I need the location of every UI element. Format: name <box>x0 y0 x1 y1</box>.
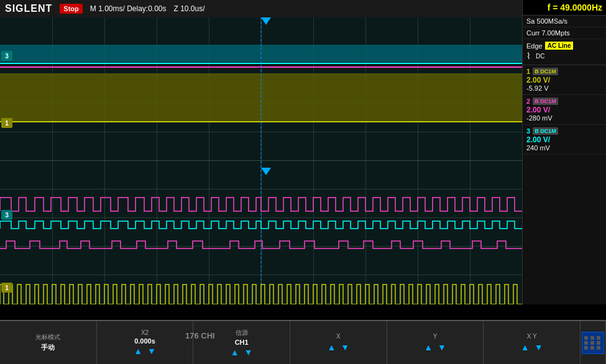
svg-rect-0 <box>0 45 522 62</box>
ch3-scale: 2.00 V/ <box>526 135 602 144</box>
toolbar-y[interactable]: Y ▲ ▼ <box>387 321 484 364</box>
x2-arrow-up[interactable]: ▲ <box>134 346 142 356</box>
source-arrow-down[interactable]: ▼ <box>244 347 253 357</box>
cursor-mode-label-main: 手动 <box>41 343 55 352</box>
ch3-marker-mid: 3 <box>1 210 12 220</box>
trigger-arrow-mid <box>261 168 271 175</box>
ch2-info: 2 B DC1M 2.00 V/ -280 mV <box>523 95 606 125</box>
header-bar: SIGLENT Stop M 1.00ms/ Delay:0.00s Z 10.… <box>0 0 522 17</box>
svg-rect-3 <box>0 73 522 122</box>
ch3-offset: 240 mV <box>526 144 602 152</box>
trigger-arrow-top <box>261 17 271 25</box>
x-label-top: X <box>336 333 341 340</box>
cursor-mode-label-top: 光标模式 <box>35 333 60 342</box>
ch1-marker-bot: 1 <box>1 283 12 293</box>
right-panel: f = 49.0000Hz Sa 500MSa/s Curr 7.00Mpts … <box>522 0 606 304</box>
frequency-display: f = 49.0000Hz <box>523 0 606 16</box>
stop-button[interactable]: Stop <box>60 4 82 14</box>
ch3-number: 3 <box>526 127 530 135</box>
brand-logo: SIGLENT <box>5 3 52 14</box>
waveform-canvas <box>0 17 522 304</box>
scope-display: SIGLENT Stop M 1.00ms/ Delay:0.00s Z 10.… <box>0 0 522 304</box>
watermark-text: 176 CHI <box>185 331 215 340</box>
timebase-display: M 1.00ms/ Delay:0.00s <box>90 4 167 13</box>
source-label-top: 信源 <box>236 329 248 337</box>
toolbar-x[interactable]: X ▲ ▼ <box>290 321 387 364</box>
x-arrow-up[interactable]: ▲ <box>327 342 336 352</box>
ch1-badge: B DC1M <box>533 68 558 75</box>
x-arrow-down[interactable]: ▼ <box>341 342 349 352</box>
y-arrow-down[interactable]: ▼ <box>438 342 446 352</box>
db-icon-area <box>581 321 606 364</box>
toolbar-xy[interactable]: X Y ▲ ▼ <box>484 321 581 364</box>
trigger-edge-icon: ⌇ <box>526 51 531 61</box>
trigger-ac-label[interactable]: AC Line <box>545 42 574 50</box>
ch1-offset: -5.92 V <box>526 84 602 92</box>
xy-label-top: X Y <box>527 333 537 340</box>
x2-label-top: X2 <box>141 329 149 336</box>
ch3-info: 3 B DC1M 2.00 V/ 240 mV <box>523 125 606 155</box>
toolbar-x2[interactable]: X2 0.000s ▲ ▼ <box>97 321 194 364</box>
ch2-scale: 2.00 V/ <box>526 106 602 114</box>
ch3-badge: B DC1M <box>533 127 558 135</box>
ch1-scale: 2.00 V/ <box>526 76 602 84</box>
grid-dots-icon <box>584 336 602 350</box>
sample-rate: Sa 500MSa/s <box>523 16 606 27</box>
source-arrow-up[interactable]: ▲ <box>231 347 239 357</box>
memory-depth: Curr 7.00Mpts <box>523 27 606 39</box>
xy-arrow-up[interactable]: ▲ <box>521 342 530 352</box>
x2-arrow-down[interactable]: ▼ <box>147 346 156 356</box>
ch1-number: 1 <box>526 68 530 75</box>
x2-value: 0.000s <box>134 337 155 345</box>
trigger-section: Edge AC Line ⌇ DC <box>523 39 606 65</box>
zoom-display: Z 10.0us/ <box>174 4 205 13</box>
toolbar-source[interactable]: 信源 CH1 ▲ ▼ <box>193 321 290 364</box>
db-icon <box>582 332 604 354</box>
y-label-top: Y <box>433 333 438 340</box>
xy-arrow-down[interactable]: ▼ <box>535 342 543 352</box>
y-arrow-up[interactable]: ▲ <box>424 342 433 352</box>
ch3-marker-top: 3 <box>1 51 12 61</box>
trigger-edge-label: Edge <box>526 42 543 50</box>
ch2-number: 2 <box>526 98 530 105</box>
ch1-marker: 1 <box>1 118 12 128</box>
ch1-info: 1 B DC1M 2.00 V/ -5.92 V <box>523 65 606 95</box>
grid <box>0 0 522 304</box>
ch2-offset: -280 mV <box>526 114 602 122</box>
toolbar: 光标模式 手动 X2 0.000s ▲ ▼ 信源 CH1 ▲ ▼ X ▲ ▼ Y… <box>0 320 606 364</box>
toolbar-cursor-mode[interactable]: 光标模式 手动 <box>0 321 97 364</box>
trigger-dc-label: DC <box>533 52 547 60</box>
source-value: CH1 <box>235 339 249 346</box>
ch2-badge: B DC1M <box>533 98 558 105</box>
